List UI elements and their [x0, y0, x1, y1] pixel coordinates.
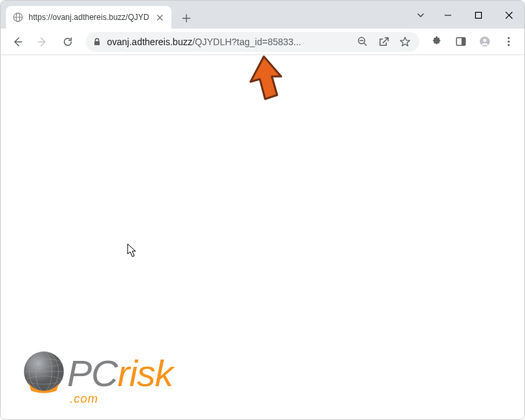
back-button[interactable]: [6, 31, 29, 52]
active-tab[interactable]: https://ovanj.adthereis.buzz/QJYD: [6, 6, 171, 29]
reload-button[interactable]: [56, 31, 79, 52]
url-path: /QJYDLH?tag_id=85833...: [192, 37, 301, 47]
extensions-button[interactable]: [426, 31, 447, 52]
svg-point-13: [507, 37, 509, 39]
address-bar[interactable]: ovanj.adthereis.buzz/QJYDLH?tag_id=85833…: [86, 32, 419, 52]
lock-icon[interactable]: [92, 37, 102, 47]
page-content: [1, 55, 524, 419]
titlebar: https://ovanj.adthereis.buzz/QJYD: [1, 1, 524, 29]
tab-title: https://ovanj.adthereis.buzz/QJYD: [29, 13, 149, 22]
globe-icon: [13, 12, 23, 23]
url-text: ovanj.adthereis.buzz/QJYDLH?tag_id=85833…: [107, 37, 349, 47]
minimize-button[interactable]: [433, 5, 463, 26]
svg-point-12: [482, 39, 486, 42]
tab-strip: https://ovanj.adthereis.buzz/QJYD: [1, 1, 409, 29]
zoom-icon[interactable]: [354, 34, 370, 50]
profile-button[interactable]: [474, 31, 495, 52]
close-window-button[interactable]: [494, 5, 524, 26]
svg-point-14: [507, 41, 509, 43]
svg-point-15: [507, 44, 509, 46]
url-domain: ovanj.adthereis.buzz: [107, 37, 192, 47]
menu-button[interactable]: [498, 31, 519, 52]
new-tab-button[interactable]: [177, 9, 195, 27]
toolbar: ovanj.adthereis.buzz/QJYDLH?tag_id=85833…: [1, 29, 524, 55]
tab-search-button[interactable]: [409, 5, 433, 26]
svg-rect-4: [476, 13, 482, 19]
share-icon[interactable]: [375, 34, 391, 50]
svg-rect-10: [461, 38, 465, 45]
forward-button[interactable]: [31, 31, 54, 52]
svg-line-7: [364, 43, 366, 46]
close-tab-button[interactable]: [154, 12, 165, 23]
window-controls: [409, 1, 524, 29]
maximize-button[interactable]: [463, 5, 494, 26]
side-panel-button[interactable]: [450, 31, 471, 52]
svg-rect-5: [94, 41, 100, 45]
browser-window: https://ovanj.adthereis.buzz/QJYD: [0, 0, 525, 420]
bookmark-star-icon[interactable]: [397, 34, 413, 50]
